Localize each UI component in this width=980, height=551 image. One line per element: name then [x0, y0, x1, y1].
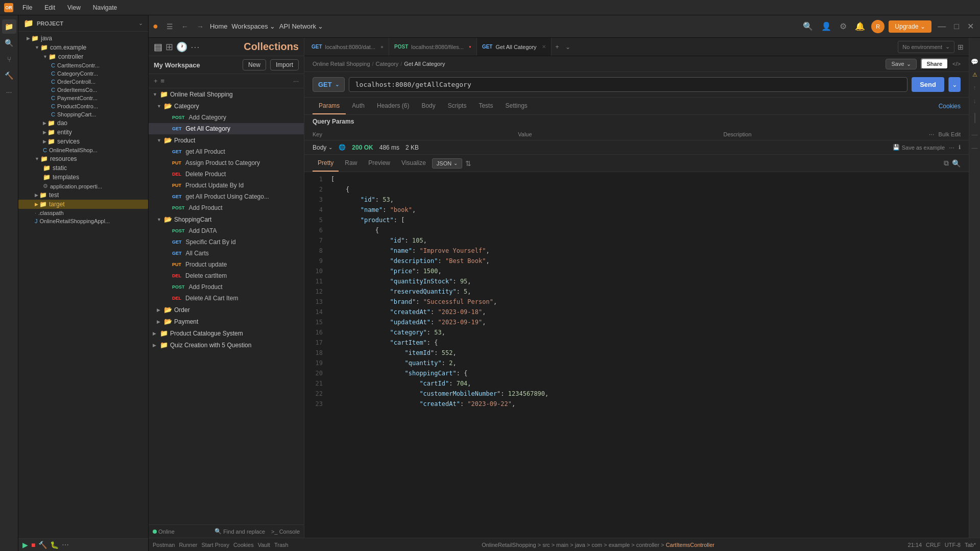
collections-icon[interactable]: ▤	[154, 41, 162, 53]
collection-online-retail[interactable]: ▼ 📁 Online Retail Shopping	[149, 88, 304, 100]
resp-tab-raw[interactable]: Raw	[340, 155, 362, 172]
body-toggle[interactable]: Body ⌄	[313, 144, 332, 151]
right-minus-1-icon[interactable]: —	[972, 131, 978, 138]
req-tab-scripts[interactable]: Scripts	[442, 98, 473, 114]
method-dropdown[interactable]: GET ⌄	[313, 77, 345, 92]
avatar[interactable]: R	[871, 20, 885, 33]
new-button[interactable]: New	[243, 59, 266, 70]
tab-overflow-btn[interactable]: ⌄	[563, 43, 572, 51]
code-icon[interactable]: </>	[952, 61, 961, 67]
format-dropdown[interactable]: JSON ⌄	[432, 158, 462, 169]
tab-get-category[interactable]: GET Get All Category ✕	[477, 38, 552, 56]
request-get-all-category[interactable]: GET Get All Category	[149, 123, 304, 134]
request-get-all-product[interactable]: GET get All Product	[149, 146, 304, 157]
invite-icon[interactable]: 👤	[819, 19, 833, 33]
right-chat-icon[interactable]: 💬	[971, 58, 978, 65]
collection-quiz[interactable]: ▶ 📁 Quiz Creation with 5 Question	[149, 339, 304, 351]
url-input[interactable]	[349, 77, 907, 92]
request-add-product-1[interactable]: POST Add Product	[149, 202, 304, 213]
copy-response-icon[interactable]: ⧉	[944, 159, 949, 167]
upgrade-button[interactable]: Upgrade ⌄	[889, 20, 931, 33]
tree-item-orderitems[interactable]: COrderItemsCo...	[18, 86, 148, 94]
tree-item-cartitems[interactable]: CCartItemsContr...	[18, 61, 148, 69]
tab-post-files[interactable]: POST localhost:8080/files... ●	[389, 38, 477, 56]
bottom-vault-btn[interactable]: Vault	[258, 542, 270, 548]
tree-item-classpath[interactable]: ·.classpath	[18, 209, 148, 217]
api-network-dropdown[interactable]: API Network ⌄	[279, 22, 323, 30]
folder-category[interactable]: ▼ 📂 Category	[149, 100, 304, 112]
notification-icon[interactable]: 🔔	[853, 19, 867, 33]
req-tab-tests[interactable]: Tests	[472, 98, 499, 114]
req-tab-body[interactable]: Body	[415, 98, 441, 114]
breadcrumb-folder[interactable]: Category	[376, 61, 399, 67]
request-delete-product[interactable]: DEL Delete Product	[149, 169, 304, 180]
tree-item-appprops[interactable]: ⚙application.properti...	[18, 182, 148, 190]
right-up-icon[interactable]: ↑	[973, 84, 976, 91]
request-get-product-by-category[interactable]: GET get All Product Using Catego...	[149, 191, 304, 202]
folder-product[interactable]: ▼ 📂 Product	[149, 134, 304, 146]
request-delete-all-cart[interactable]: DEL Delete All Cart Item	[149, 293, 304, 304]
sidebar-git-icon[interactable]: ⑂	[2, 52, 16, 66]
sidebar-search-icon[interactable]: 🔍	[2, 36, 16, 50]
import-button[interactable]: Import	[270, 59, 299, 70]
menu-view[interactable]: View	[64, 3, 84, 12]
project-dropdown-icon[interactable]: ⌄	[138, 20, 143, 27]
collection-product-catalogue[interactable]: ▶ 📁 Product Catalogue System	[149, 327, 304, 339]
tree-item-onlineretail-main[interactable]: COnlineRetailShop...	[18, 146, 148, 154]
menu-edit[interactable]: Edit	[41, 3, 58, 12]
req-tab-auth[interactable]: Auth	[346, 98, 371, 114]
sidebar-project-icon[interactable]: 📁	[2, 19, 16, 34]
add-collection-btn[interactable]: +	[154, 77, 158, 85]
mock-servers-icon[interactable]: ⋯	[190, 41, 200, 53]
stop-btn[interactable]: ■	[31, 541, 35, 549]
sort-collections-btn[interactable]: ≡	[161, 77, 165, 85]
req-tab-params[interactable]: Params	[313, 98, 346, 114]
req-tab-headers[interactable]: Headers (6)	[371, 98, 415, 114]
tab-add-btn[interactable]: +	[552, 43, 563, 51]
right-minus-2-icon[interactable]: —	[972, 145, 978, 152]
tree-item-java[interactable]: ▶📁java	[18, 34, 148, 43]
bottom-startproxy-btn[interactable]: Start Proxy	[202, 542, 229, 548]
response-more-icon[interactable]: ···	[949, 143, 954, 151]
share-button[interactable]: Share	[921, 58, 949, 69]
request-specific-cart[interactable]: GET Specific Cart By id	[149, 236, 304, 248]
breadcrumb-collection[interactable]: Online Retail Shopping	[313, 61, 370, 67]
sidebar-more-icon[interactable]: ···	[2, 85, 16, 99]
folder-order[interactable]: ▶ 📂 Order	[149, 304, 304, 316]
resp-tab-preview[interactable]: Preview	[363, 155, 395, 172]
kv-more-icon[interactable]: ···	[929, 130, 935, 138]
environment-selector[interactable]: No environment ⌄	[898, 41, 954, 53]
request-add-product-2[interactable]: POST Add Product	[149, 281, 304, 293]
tree-item-services[interactable]: ▶📁services	[18, 137, 148, 146]
resp-tab-pretty[interactable]: Pretty	[313, 155, 339, 172]
tree-item-test[interactable]: ▶📁test	[18, 190, 148, 200]
globe-icon[interactable]: 🌐	[339, 144, 346, 151]
menu-navigate[interactable]: Navigate	[90, 3, 120, 12]
response-info-icon[interactable]: ℹ	[959, 144, 961, 151]
find-replace-btn[interactable]: 🔍 Find and replace	[214, 528, 265, 535]
bottom-cookies-btn[interactable]: Cookies	[233, 542, 254, 548]
tree-item-target[interactable]: ▶📁target	[18, 200, 148, 209]
close-window-icon[interactable]: ✕	[965, 19, 976, 33]
home-link[interactable]: Home	[210, 22, 228, 30]
settings-icon[interactable]: ⚙	[838, 19, 849, 33]
bottom-runner-btn[interactable]: Runner	[179, 542, 197, 548]
sort-response-icon[interactable]: ⇅	[465, 159, 471, 167]
env-settings-icon[interactable]: ⊞	[954, 43, 967, 51]
search-topbar-icon[interactable]: 🔍	[801, 19, 815, 33]
folder-shoppingcart[interactable]: ▼ 📂 ShoppingCart	[149, 213, 304, 225]
folder-payment[interactable]: ▶ 📂 Payment	[149, 316, 304, 327]
tree-item-dao[interactable]: ▶📁dao	[18, 118, 148, 128]
environments-icon[interactable]: ⊞	[165, 41, 173, 53]
tree-item-resources[interactable]: ▼📁resources	[18, 154, 148, 163]
tree-item-order[interactable]: COrderControll...	[18, 78, 148, 86]
maximize-icon[interactable]: □	[952, 20, 961, 33]
workspaces-dropdown[interactable]: Workspaces ⌄	[232, 22, 275, 30]
tab-get-data[interactable]: GET localhost:8080/dat... ●	[306, 38, 389, 56]
resp-tab-visualize[interactable]: Visualize	[396, 155, 431, 172]
console-btn[interactable]: >_ Console	[271, 529, 300, 535]
right-warning-icon[interactable]: ⚠	[972, 71, 977, 78]
more-run-btn[interactable]: ⋯	[62, 541, 69, 549]
tree-item-shopping[interactable]: CShoppingCart...	[18, 110, 148, 118]
request-add-category[interactable]: POST Add Category	[149, 112, 304, 123]
